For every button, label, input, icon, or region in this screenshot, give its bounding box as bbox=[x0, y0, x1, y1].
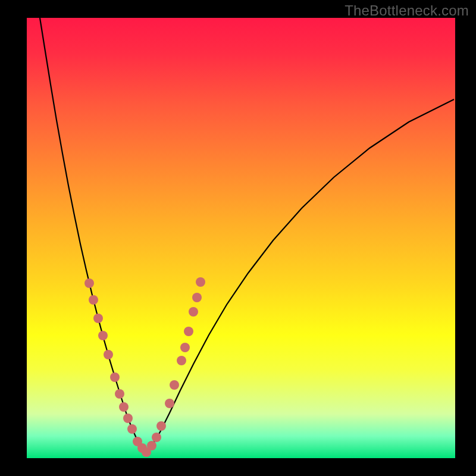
watermark: TheBottleneck.com bbox=[345, 2, 469, 19]
highlight-dots bbox=[84, 277, 205, 457]
highlight-dot bbox=[93, 314, 103, 323]
highlight-dot bbox=[196, 277, 205, 287]
highlight-dot bbox=[180, 343, 190, 352]
highlight-dot bbox=[156, 421, 166, 431]
curve-right bbox=[146, 99, 454, 453]
highlight-dot bbox=[127, 424, 137, 434]
highlight-dot bbox=[152, 433, 161, 442]
highlight-dot bbox=[115, 389, 124, 399]
highlight-dot bbox=[110, 372, 120, 382]
highlight-dot bbox=[89, 295, 98, 305]
highlight-dot bbox=[98, 331, 108, 340]
highlight-dot bbox=[192, 293, 202, 302]
highlight-dot bbox=[104, 350, 113, 359]
chart-svg bbox=[27, 18, 455, 458]
highlight-dot bbox=[165, 399, 174, 408]
highlight-dot bbox=[184, 327, 193, 336]
highlight-dot bbox=[170, 380, 179, 390]
highlight-dot bbox=[123, 414, 133, 423]
highlight-dot bbox=[147, 441, 156, 450]
plot-area bbox=[27, 18, 455, 458]
highlight-dot bbox=[119, 402, 129, 412]
highlight-dot bbox=[177, 356, 186, 365]
chart-root: TheBottleneck.com bbox=[0, 0, 476, 476]
highlight-dot bbox=[84, 278, 94, 288]
highlight-dot bbox=[189, 307, 198, 317]
curve-left bbox=[40, 18, 146, 453]
